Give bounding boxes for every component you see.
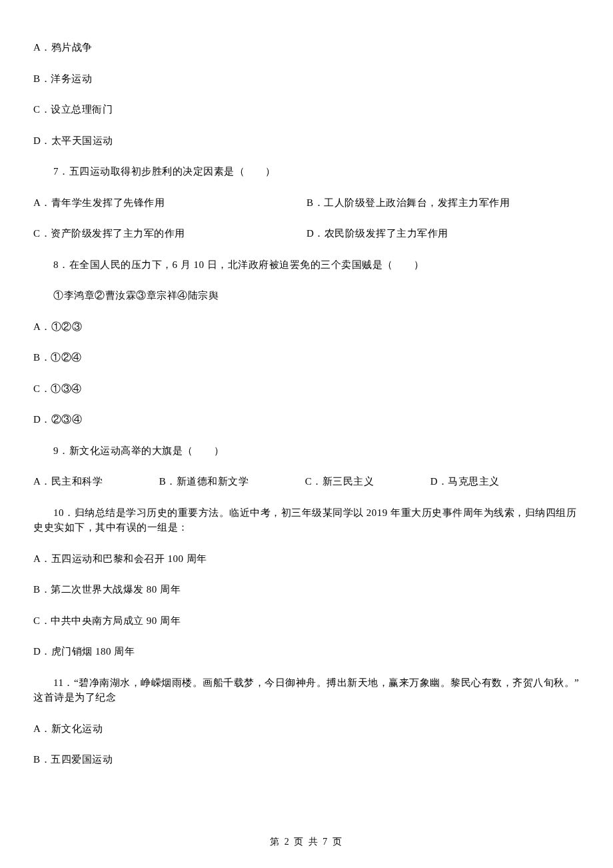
q9-option-c: C．新三民主义	[305, 474, 374, 489]
q10-option-a: A．五四运动和巴黎和会召开 100 周年	[33, 551, 580, 567]
q7-option-c: C．资产阶级发挥了主力军的作用	[33, 226, 306, 241]
q7-options-row2: C．资产阶级发挥了主力军的作用 D．农民阶级发挥了主力军作用	[33, 226, 580, 241]
page-footer: 第 2 页 共 7 页	[0, 836, 613, 848]
q8-option-a: A．①②③	[33, 319, 580, 335]
q8-note: ①李鸿章②曹汝霖③章宗祥④陆宗舆	[33, 288, 580, 303]
q7-option-a: A．青年学生发挥了先锋作用	[33, 195, 306, 211]
q8-option-c: C．①③④	[33, 381, 580, 397]
q8-option-d: D．②③④	[33, 412, 580, 427]
q6-option-d: D．太平天国运动	[33, 133, 580, 149]
q6-option-b: B．洋务运动	[33, 71, 580, 87]
q7-options-row1: A．青年学生发挥了先锋作用 B．工人阶级登上政治舞台，发挥主力军作用	[33, 195, 580, 211]
q9-stem: 9．新文化运动高举的大旗是（ ）	[33, 443, 580, 459]
q10-option-b: B．第二次世界大战爆发 80 周年	[33, 582, 580, 597]
q11-option-a: A．新文化运动	[33, 721, 580, 737]
q9-option-a: A．民主和科学	[33, 474, 103, 489]
q6-option-a: A．鸦片战争	[33, 40, 580, 55]
q7-option-d: D．农民阶级发挥了主力军作用	[306, 226, 580, 241]
q10-stem: 10．归纳总结是学习历史的重要方法。临近中考，初三年级某同学以 2019 年重大…	[33, 505, 580, 535]
q7-option-b: B．工人阶级登上政治舞台，发挥主力军作用	[306, 195, 580, 211]
q10-option-c: C．中共中央南方局成立 90 周年	[33, 613, 580, 629]
q6-option-c: C．设立总理衙门	[33, 102, 580, 117]
q9-option-d: D．马克思主义	[430, 474, 500, 489]
document-page: A．鸦片战争 B．洋务运动 C．设立总理衙门 D．太平天国运动 7．五四运动取得…	[0, 0, 613, 868]
q11-stem: 11．“碧净南湖水，峥嵘烟雨楼。画船千载梦，今日御神舟。搏出新天地，赢来万象幽。…	[33, 675, 580, 705]
q7-stem: 7．五四运动取得初步胜利的决定因素是（ ）	[33, 164, 580, 179]
q8-option-b: B．①②④	[33, 350, 580, 365]
q9-options: A．民主和科学 B．新道德和新文学 C．新三民主义 D．马克思主义	[33, 474, 580, 489]
q11-option-b: B．五四爱国运动	[33, 752, 580, 767]
q8-stem: 8．在全国人民的压力下，6 月 10 日，北洋政府被迫罢免的三个卖国贼是（ ）	[33, 257, 580, 273]
q9-option-b: B．新道德和新文学	[159, 474, 249, 489]
q10-option-d: D．虎门销烟 180 周年	[33, 644, 580, 659]
